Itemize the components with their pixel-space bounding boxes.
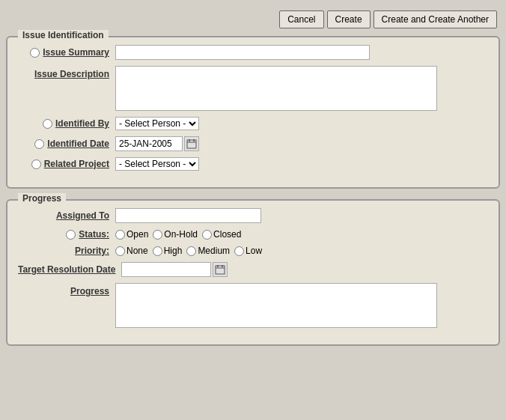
- issue-identification-section: Issue Identification Issue Summary Issue…: [6, 36, 500, 189]
- status-onhold-radio[interactable]: [153, 230, 162, 240]
- related-project-row: Related Project - Select Person -: [18, 157, 488, 171]
- target-date-label: Target Resolution Date: [18, 264, 121, 275]
- target-date-calendar-button[interactable]: [213, 262, 228, 277]
- issue-description-textarea[interactable]: [115, 66, 437, 111]
- create-button[interactable]: Create: [327, 10, 371, 28]
- status-onhold-label: On-Hold: [153, 229, 198, 240]
- identified-by-select[interactable]: - Select Person -: [115, 117, 199, 130]
- issue-summary-row: Issue Summary: [18, 45, 488, 60]
- status-closed-text: Closed: [213, 229, 241, 240]
- calendar-icon: [186, 139, 197, 149]
- status-radio[interactable]: [66, 230, 76, 240]
- status-open-radio[interactable]: [115, 230, 125, 240]
- status-label: Status:: [79, 229, 109, 240]
- create-another-button[interactable]: Create and Create Another: [374, 10, 497, 28]
- identified-by-row: Identified By - Select Person -: [18, 117, 488, 130]
- priority-low-text: Low: [246, 246, 262, 256]
- priority-high-radio[interactable]: [153, 246, 162, 256]
- assigned-to-label: Assigned To: [18, 210, 115, 221]
- issue-description-label: Issue Description: [18, 66, 115, 79]
- status-label-group: Status:: [18, 229, 115, 240]
- identified-date-radio[interactable]: [34, 139, 44, 149]
- priority-medium-radio[interactable]: [186, 246, 196, 256]
- priority-label: Priority:: [18, 246, 115, 256]
- related-project-label-group: Related Project: [18, 159, 115, 169]
- target-date-row: Target Resolution Date: [18, 262, 488, 277]
- progress-row: Progress: [18, 283, 488, 328]
- identified-by-label: Identified By: [55, 118, 109, 129]
- priority-none-radio[interactable]: [115, 246, 125, 256]
- assigned-to-input[interactable]: [115, 208, 261, 223]
- progress-label: Progress: [18, 283, 115, 296]
- related-project-label: Related Project: [44, 159, 109, 169]
- assigned-to-row: Assigned To: [18, 208, 488, 223]
- identified-date-input[interactable]: [115, 136, 183, 151]
- priority-high-text: High: [164, 246, 183, 256]
- related-project-radio[interactable]: [31, 159, 41, 169]
- identified-date-label-group: Identified Date: [18, 139, 115, 149]
- issue-summary-input[interactable]: [115, 45, 370, 60]
- identified-by-label-group: Identified By: [18, 118, 115, 129]
- priority-high-label: High: [153, 246, 183, 256]
- status-closed-label: Closed: [202, 229, 241, 240]
- priority-options: None High Medium Low: [115, 246, 262, 256]
- related-project-select[interactable]: - Select Person -: [115, 157, 199, 171]
- identified-date-calendar-button[interactable]: [184, 136, 199, 151]
- progress-textarea[interactable]: [115, 283, 437, 328]
- status-closed-radio[interactable]: [202, 230, 212, 240]
- priority-none-label: None: [115, 246, 148, 256]
- priority-none-text: None: [127, 246, 148, 256]
- priority-medium-text: Medium: [198, 246, 230, 256]
- identified-date-row: Identified Date: [18, 136, 488, 151]
- progress-section-title: Progress: [18, 193, 66, 204]
- svg-rect-0: [187, 140, 196, 148]
- status-onhold-text: On-Hold: [164, 229, 198, 240]
- calendar-icon-2: [215, 264, 225, 275]
- issue-summary-label: Issue Summary: [43, 47, 109, 58]
- cancel-button[interactable]: Cancel: [279, 10, 323, 28]
- status-open-label: Open: [115, 229, 148, 240]
- issue-summary-radio[interactable]: [30, 48, 40, 58]
- priority-low-radio[interactable]: [234, 246, 244, 256]
- identified-by-radio[interactable]: [43, 119, 52, 129]
- status-row: Status: Open On-Hold Closed: [18, 229, 488, 240]
- svg-rect-4: [216, 266, 225, 274]
- issue-section-title: Issue Identification: [18, 30, 109, 40]
- priority-medium-label: Medium: [186, 246, 230, 256]
- issue-summary-label-group: Issue Summary: [18, 47, 115, 58]
- status-open-text: Open: [127, 229, 148, 240]
- identified-date-label: Identified Date: [47, 139, 109, 149]
- priority-low-label: Low: [234, 246, 262, 256]
- issue-description-row: Issue Description: [18, 66, 488, 111]
- progress-section: Progress Assigned To Status: Open On-Hol…: [6, 199, 500, 346]
- target-date-input[interactable]: [121, 262, 211, 277]
- status-options: Open On-Hold Closed: [115, 229, 241, 240]
- priority-row: Priority: None High Medium Low: [18, 246, 488, 256]
